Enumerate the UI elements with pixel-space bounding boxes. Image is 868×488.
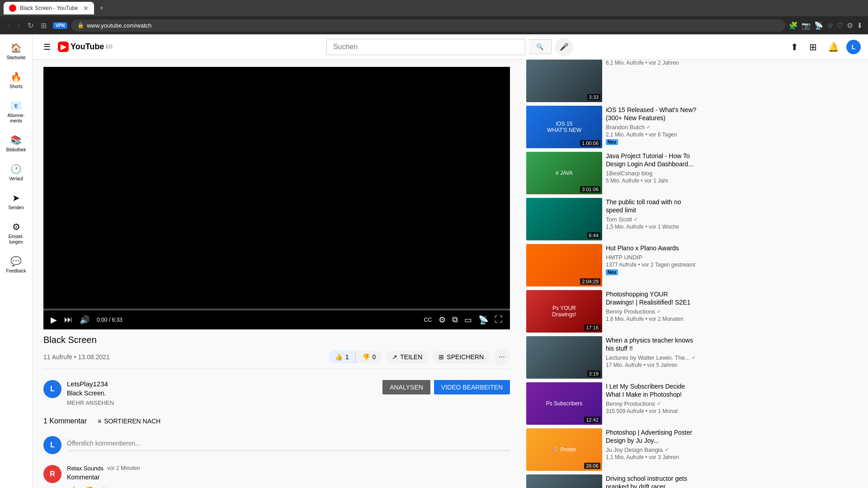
next-button[interactable]: ⏭ <box>62 314 74 325</box>
search-input[interactable] <box>326 39 525 55</box>
comment-like-button[interactable]: 👍 <box>67 484 80 488</box>
comment-author: Relax Sounds <box>67 465 104 472</box>
tab-close-button[interactable]: ✕ <box>83 5 89 12</box>
rec-badge-1: Neu <box>606 139 618 145</box>
rec-channel-3: Tom Scott ✓ <box>606 216 697 223</box>
analysen-button[interactable]: ANALYSEN <box>382 380 430 394</box>
channel-description: Black Screen. <box>67 389 114 397</box>
rec-item-7[interactable]: Ps Subscribers 12:42 I Let My Subscriber… <box>526 382 697 425</box>
extensions-icon[interactable]: 🧩 <box>789 21 798 30</box>
rec-title-2: Java Project Tutorial - How To Design Lo… <box>606 152 697 168</box>
new-tab-button[interactable]: + <box>98 2 105 14</box>
video-player[interactable]: ▶ ⏭ 🔊 0:00 / 6:33 CC ⚙ ⧉ ▭ 📡 ⛶ <box>43 67 510 329</box>
more-actions-button[interactable]: ··· <box>494 349 510 365</box>
home-button[interactable]: ⊞ <box>38 19 49 32</box>
rec-item-8[interactable]: 🎨 Poster 26:06 Photoshop | Advertising P… <box>526 428 697 471</box>
search-button[interactable]: 🔍 <box>529 39 552 54</box>
settings-video-button[interactable]: ⚙ <box>437 314 448 326</box>
download-icon[interactable]: ⬇ <box>857 21 863 30</box>
sidebar-item-shorts[interactable]: 🔥 Shorts <box>2 67 31 94</box>
rec-channel-4: HMTP UNDIP <box>606 254 697 261</box>
tab-favicon <box>9 5 16 12</box>
grid-icon[interactable]: ⊞ <box>806 38 821 56</box>
rec-item-6[interactable]: 3:19 When a physics teacher knows his st… <box>526 336 697 379</box>
theatre-button[interactable]: ▭ <box>462 314 474 326</box>
camera-icon[interactable]: 📷 <box>802 21 811 30</box>
rec-info-3: The public toll road with no speed limit… <box>606 198 697 240</box>
rec-item-0[interactable]: 3:33 6,1 Mio. Aufrufe • vor 2 Jahren <box>526 60 697 102</box>
rec-item-3[interactable]: 6:44 The public toll road with no speed … <box>526 198 697 240</box>
cast-video-button[interactable]: 📡 <box>476 314 490 326</box>
rec-item-9[interactable]: 🚗 Driving Driving school instructor gets… <box>526 474 697 488</box>
rec-item-2[interactable]: # JAVA 3:01:06 Java Project Tutorial - H… <box>526 152 697 194</box>
share-button[interactable]: ↗ TEILEN <box>386 351 429 363</box>
sort-icon: ≡ <box>98 418 101 425</box>
shorts-icon: 🔥 <box>10 71 22 82</box>
rec-title-4: Hut Plano x Plano Awards <box>606 244 697 252</box>
hamburger-menu[interactable]: ☰ <box>40 38 54 56</box>
mic-button[interactable]: 🎤 <box>555 38 573 56</box>
yt-sidebar: 🏠 Startseite 🔥 Shorts 📧 Abonne-ments 📚 B… <box>0 34 33 488</box>
edit-video-button[interactable]: VIDEO BEARBEITEN <box>434 380 510 394</box>
rec-item-5[interactable]: Ps YOURDrawings! 17:16 Photoshopping YOU… <box>526 290 697 333</box>
sidebar-item-subscriptions[interactable]: 📧 Abonne-ments <box>2 96 31 128</box>
channel-buttons: ANALYSEN VIDEO BEARBEITEN <box>382 380 510 394</box>
sort-button[interactable]: ≡ SORTIEREN NACH <box>98 418 160 425</box>
tab-title: Black Screen - YouTube <box>20 5 78 11</box>
play-button[interactable]: ▶ <box>49 314 59 326</box>
controls-right: CC ⚙ ⧉ ▭ 📡 ⛶ <box>422 314 505 326</box>
comment-dislike-button[interactable]: 👎 <box>83 484 96 488</box>
rec-item-4[interactable]: 2:04:29 Hut Plano x Plano Awards HMTP UN… <box>526 244 697 286</box>
reply-button[interactable]: ANTWORTEN <box>113 485 158 488</box>
rec-thumbnail-2: # JAVA 3:01:06 <box>526 152 602 194</box>
channel-name[interactable]: LetsPlay1234 <box>67 380 114 388</box>
rec-duration-6: 3:19 <box>587 371 600 377</box>
mute-button[interactable]: 🔊 <box>78 314 91 326</box>
like-dislike-buttons: 👍 1 👎 0 <box>329 351 382 363</box>
rec-meta-8: 1,1 Mio. Aufrufe • vor 3 Jahren <box>606 454 697 460</box>
like-count: 1 <box>345 353 349 361</box>
comment-input[interactable] <box>67 436 510 451</box>
rec-meta-2: 5 Mio. Aufrufe • vor 1 Jahr <box>606 178 697 184</box>
back-button[interactable]: ‹ <box>5 19 13 32</box>
forward-button[interactable]: › <box>15 19 23 32</box>
like-button[interactable]: 👍 1 <box>329 351 356 363</box>
upload-icon[interactable]: ⬆ <box>787 38 802 56</box>
comment-heart-button[interactable]: ♡ <box>99 484 109 488</box>
sidebar-item-library[interactable]: 📚 Bibliothek <box>2 130 31 157</box>
yt-logo[interactable]: ▶ YouTube EO <box>58 42 113 52</box>
show-more-button[interactable]: MEHR ANSEHEN <box>67 399 114 406</box>
save-button[interactable]: ⊞ SPEICHERN <box>432 351 490 363</box>
cast-icon[interactable]: 📡 <box>814 21 823 30</box>
settings-icon[interactable]: ⚙ <box>847 21 853 30</box>
refresh-button[interactable]: ↻ <box>25 19 36 32</box>
nav-buttons: ‹ › ↻ ⊞ <box>5 19 49 32</box>
browser-tab[interactable]: Black Screen - YouTube ✕ <box>4 2 94 14</box>
vpn-badge[interactable]: VPN <box>53 22 68 29</box>
sidebar-item-history[interactable]: 🕐 Verlauf <box>2 159 31 186</box>
sidebar-item-settings[interactable]: ⚙ Einstel-lungen <box>2 217 31 249</box>
library-icon: 📚 <box>10 135 22 145</box>
url-bar[interactable]: 🔒 www.youtube.com/watch <box>71 19 785 32</box>
video-meta: 11 Aufrufe • 13.08.2021 👍 1 👎 0 <box>43 349 510 369</box>
rec-info-9: Driving school instructor gets pranked b… <box>606 474 697 488</box>
subtitles-button[interactable]: CC <box>422 315 434 324</box>
rec-title-3: The public toll road with no speed limit <box>606 198 697 214</box>
bookmark-icon[interactable]: ☆ <box>827 21 833 30</box>
bell-icon[interactable]: 🔔 <box>824 38 843 56</box>
sidebar-item-home[interactable]: 🏠 Startseite <box>2 38 31 65</box>
sidebar-item-send[interactable]: ➤ Senden <box>2 188 31 215</box>
user-avatar[interactable]: L <box>846 40 861 54</box>
header-right: ⬆ ⊞ 🔔 L <box>787 38 861 56</box>
heart-icon[interactable]: ♡ <box>837 21 843 30</box>
miniplayer-button[interactable]: ⧉ <box>450 314 460 325</box>
rec-meta-1: 2,1 Mio. Aufrufe • vor 6 Tagen <box>606 131 697 138</box>
yt-logo-icon: ▶ <box>58 42 69 52</box>
progress-bar[interactable] <box>43 309 510 310</box>
rec-meta-3: 1,5 Mio. Aufrufe • vor 1 Woche <box>606 224 697 230</box>
sidebar-item-feedback[interactable]: 💬 Feedback <box>2 251 31 278</box>
rec-item-1[interactable]: iOS 15WHAT'S NEW 1:00:06 iOS 15 Released… <box>526 106 697 148</box>
rec-thumbnail-1: iOS 15WHAT'S NEW 1:00:06 <box>526 106 602 148</box>
dislike-button[interactable]: 👎 0 <box>356 351 382 363</box>
fullscreen-button[interactable]: ⛶ <box>493 314 505 325</box>
